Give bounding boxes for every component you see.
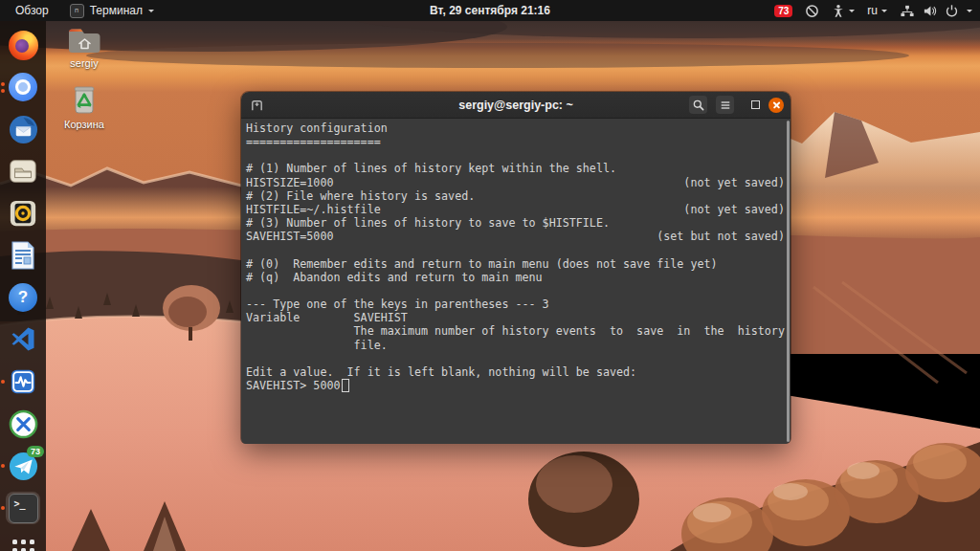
terminal-output: History configuration ==================… [241,119,791,379]
maximize-button[interactable] [751,100,760,109]
telegram-unread-badge: 73 [27,446,44,457]
desktop-icons: sergiy Корзина [56,23,113,130]
accessibility-icon [832,4,845,18]
chevron-down-icon [967,10,972,15]
show-applications-icon [12,540,34,551]
keyboard-layout-label: ru [867,4,878,17]
show-applications-button[interactable] [6,534,40,551]
desktop: Обзор ⊓ Терминал Вт, 29 сентября 21:16 7… [0,0,980,551]
notification-badge[interactable]: 73 [774,5,792,17]
dock-item-system-monitor[interactable] [6,365,40,398]
terminal-window: sergiy@sergiy-pc: ~ [241,92,791,443]
terminal-scrollbar[interactable] [787,121,790,442]
menu-button[interactable] [716,96,734,114]
terminal-cursor [342,379,349,392]
running-indicator [1,71,5,103]
help-icon: ? [9,283,37,312]
firefox-icon [9,31,38,60]
chevron-down-icon [849,10,855,15]
terminal-prompt-line: SAVEHIST> 5000 [241,379,791,392]
maximize-icon [751,100,760,109]
files-icon [8,157,38,186]
terminal-titlebar[interactable]: sergiy@sergiy-pc: ~ [241,92,791,119]
dock-item-chromium[interactable] [6,71,40,103]
desktop-icon-home-folder[interactable]: sergiy [56,23,113,69]
hamburger-menu-icon [720,99,731,111]
search-button[interactable] [689,96,707,114]
terminal-icon: >_ [9,494,38,523]
system-monitor-icon [9,367,37,396]
dock-item-files[interactable] [6,155,40,187]
dock: ? 7 [0,21,46,551]
top-bar: Обзор ⊓ Терминал Вт, 29 сентября 21:16 7… [0,0,980,21]
system-menu[interactable] [900,4,972,18]
running-indicator [1,365,5,398]
volume-icon [923,4,937,18]
dock-item-thunderbird[interactable] [6,113,40,145]
thunderbird-icon [9,115,38,144]
trash-icon [67,82,101,117]
power-icon [945,4,959,18]
desktop-icon-label: Корзина [64,119,104,130]
running-indicator [1,492,5,524]
home-folder-icon [64,23,104,55]
keyboard-layout-menu[interactable]: ru [867,4,887,17]
terminal-screen[interactable]: History configuration ==================… [241,119,791,444]
libreoffice-writer-icon [10,240,36,271]
dock-item-libreoffice-writer[interactable] [6,239,40,272]
desktop-icon-label: sergiy [70,57,98,69]
dock-item-xdm[interactable] [6,408,40,440]
terminal-prompt-text: SAVEHIST> 5000 [246,379,341,392]
running-indicator [1,450,5,482]
dock-item-terminal[interactable]: >_ [6,492,40,524]
dock-item-firefox[interactable] [6,29,40,61]
close-button[interactable] [768,98,784,113]
dock-item-help[interactable]: ? [6,281,40,314]
rhythmbox-icon [9,199,37,228]
dock-item-rhythmbox[interactable] [6,197,40,230]
vscode-icon [10,326,36,353]
network-wired-icon [900,4,915,18]
do-not-disturb-icon[interactable] [805,4,819,18]
search-icon [693,99,704,111]
desktop-icon-trash[interactable]: Корзина [56,82,113,130]
dock-item-telegram[interactable]: 73 [6,450,40,482]
xdm-icon [9,409,38,439]
chevron-down-icon [881,10,887,15]
dock-item-vscode[interactable] [6,323,40,356]
chromium-icon [9,73,37,101]
accessibility-menu[interactable] [832,4,855,18]
